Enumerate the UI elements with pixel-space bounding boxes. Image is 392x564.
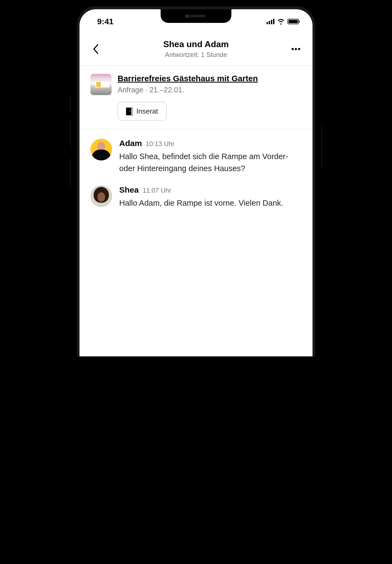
side-button bbox=[321, 125, 322, 169]
notch bbox=[161, 9, 231, 23]
back-button[interactable] bbox=[90, 44, 101, 54]
status-icons bbox=[267, 19, 299, 25]
screen: 9:41 Shea und bbox=[79, 9, 313, 356]
message-sender: Adam bbox=[119, 139, 142, 148]
message-time: 11:07 Uhr bbox=[143, 187, 171, 194]
listing-thumbnail[interactable] bbox=[90, 74, 112, 95]
more-button[interactable]: ••• bbox=[291, 44, 302, 54]
message-text: Hallo Shea, befindet sich die Rampe am V… bbox=[119, 151, 302, 174]
nav-header: Shea und Adam Antwortzeit: 1 Stunde ••• bbox=[79, 31, 313, 65]
avatar[interactable] bbox=[90, 139, 112, 160]
side-button bbox=[70, 158, 71, 188]
listing-button-label: Inserat bbox=[136, 107, 158, 116]
door-icon bbox=[126, 108, 131, 115]
listing-title-link[interactable]: Barrierefreies Gästehaus mit Garten bbox=[118, 74, 302, 83]
status-time: 9:41 bbox=[97, 17, 114, 26]
response-time: Antwortzeit: 1 Stunde bbox=[165, 51, 227, 59]
avatar[interactable] bbox=[90, 185, 112, 207]
conversation-title: Shea und Adam bbox=[163, 39, 229, 49]
side-button bbox=[70, 95, 71, 112]
battery-icon bbox=[287, 19, 299, 24]
message-list: Adam 10:13 Uhr Hallo Shea, befindet sich… bbox=[79, 129, 313, 219]
message-sender: Shea bbox=[119, 185, 139, 195]
message-item: Adam 10:13 Uhr Hallo Shea, befindet sich… bbox=[90, 139, 302, 174]
listing-button[interactable]: Inserat bbox=[118, 102, 167, 121]
wifi-icon bbox=[277, 19, 285, 25]
message-text: Hallo Adam, die Rampe ist vorne. Vielen … bbox=[119, 197, 302, 209]
message-item: Shea 11:07 Uhr Hallo Adam, die Rampe ist… bbox=[90, 185, 302, 209]
message-time: 10:13 Uhr bbox=[146, 140, 174, 148]
listing-row: Barrierefreies Gästehaus mit Garten Anfr… bbox=[79, 66, 313, 129]
side-button bbox=[70, 120, 71, 150]
phone-frame: 9:41 Shea und bbox=[70, 0, 322, 356]
listing-meta: Anfrage · 21.–22.01. bbox=[118, 86, 302, 94]
cellular-icon bbox=[267, 19, 274, 24]
